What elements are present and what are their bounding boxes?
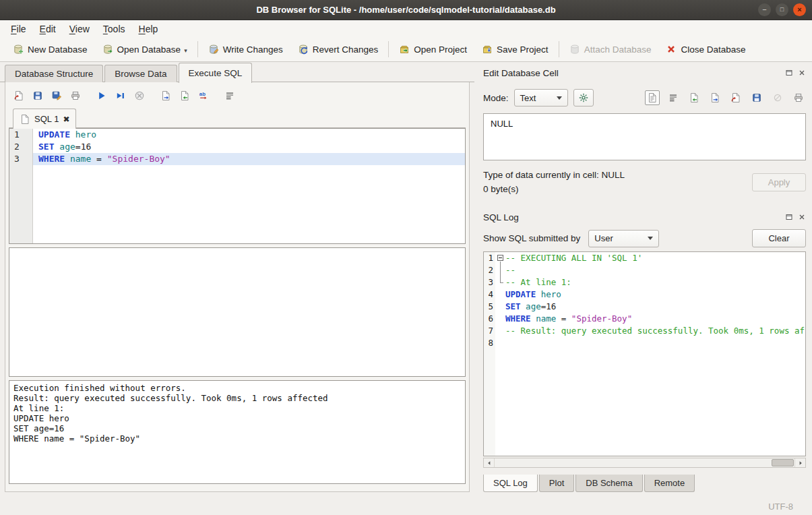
sql-tab-bar: SQL 1 ✖ <box>9 107 466 128</box>
close-database-button-label: Close Database <box>681 44 745 55</box>
mode-label: Mode: <box>483 93 509 103</box>
export-button[interactable] <box>157 88 174 104</box>
bottom-tab-db-schema[interactable]: DB Schema <box>575 475 642 492</box>
import-data-button[interactable] <box>728 90 743 105</box>
log-line: 3-- At line 1: <box>484 276 805 289</box>
execute-line-icon <box>115 90 126 101</box>
open-database-button[interactable]: Open Database▾ <box>95 40 195 58</box>
output-line: Result: query executed successfully. Too… <box>13 393 461 403</box>
print-button[interactable] <box>67 88 84 104</box>
menu-edit[interactable]: Edit <box>33 22 63 36</box>
close-database-button[interactable]: Close Database <box>658 40 753 58</box>
cell-type-info: Type of data currently in cell: NULL <box>483 170 752 180</box>
new-database-button[interactable]: New Database <box>5 40 95 58</box>
open-sql-file-icon <box>13 90 24 101</box>
bottom-tab-remote[interactable]: Remote <box>644 475 695 492</box>
find-replace-button[interactable]: ab <box>195 88 212 104</box>
auto-format-button[interactable] <box>573 89 594 107</box>
save-sql-file-button[interactable] <box>29 88 46 104</box>
tab-execute-sql[interactable]: Execute SQL <box>179 63 253 83</box>
maximize-button[interactable]: □ <box>776 3 788 16</box>
editor-line[interactable]: 3WHERE name = "Spider-Boy" <box>9 153 465 165</box>
word-wrap-button[interactable] <box>221 88 238 104</box>
scroll-right-button[interactable] <box>795 458 805 467</box>
sql-log-title: SQL Log <box>483 212 519 222</box>
float-panel-icon[interactable] <box>785 213 793 221</box>
open-project-button[interactable]: Open Project <box>392 40 474 58</box>
cell-size-info: 0 byte(s) <box>483 184 752 194</box>
dropdown-arrow-icon[interactable]: ▾ <box>184 47 187 55</box>
execute-sql-panel: ab SQL 1 ✖ 1UPDATE hero2SET age=163WHERE… <box>5 82 470 492</box>
save-file-button[interactable] <box>708 90 722 105</box>
sql-editor[interactable]: 1UPDATE hero2SET age=163WHERE name = "Sp… <box>9 128 466 244</box>
combo-arrow-icon <box>557 96 562 100</box>
code-text: -- EXECUTING ALL IN 'SQL 1' <box>505 252 805 264</box>
import-button[interactable] <box>176 88 193 104</box>
cell-editor[interactable]: NULL <box>483 113 806 160</box>
results-grid[interactable] <box>9 247 466 377</box>
scroll-left-button[interactable] <box>484 458 494 467</box>
close-panel-icon[interactable] <box>798 213 806 221</box>
write-changes-button[interactable]: Write Changes <box>201 40 290 58</box>
encoding-indicator[interactable]: UTF-8 <box>768 502 793 512</box>
mode-combo[interactable]: Text <box>514 89 568 107</box>
new-database-icon <box>13 44 24 55</box>
export-data-button[interactable] <box>749 90 764 105</box>
new-database-button-label: New Database <box>28 44 88 55</box>
open-sql-file-button[interactable] <box>10 88 27 104</box>
open-file-button[interactable] <box>687 90 701 105</box>
edit-cell-header-icons <box>785 69 806 77</box>
log-line: 7-- Result: query executed successfully.… <box>484 325 805 337</box>
save-sql-icon <box>32 90 43 101</box>
log-filter-value: User <box>594 233 613 243</box>
minimize-button[interactable]: − <box>758 3 771 16</box>
output-line: WHERE name = "Spider-Boy" <box>13 433 461 444</box>
text-view-button[interactable] <box>645 90 660 105</box>
editor-line[interactable]: 2SET age=16 <box>9 141 465 153</box>
float-panel-icon[interactable] <box>785 69 793 77</box>
tab-browse-data[interactable]: Browse Data <box>104 65 177 82</box>
apply-button: Apply <box>752 173 806 191</box>
menu-tools[interactable]: Tools <box>96 22 132 36</box>
menu-help[interactable]: Help <box>132 22 165 36</box>
execute-current-line-button[interactable] <box>112 88 129 104</box>
edit-cell-toolbar: Mode: Text <box>483 89 806 107</box>
line-number: 2 <box>484 264 496 276</box>
print-cell-button[interactable] <box>791 90 806 105</box>
close-button[interactable]: × <box>793 3 806 16</box>
menu-view[interactable]: View <box>63 22 96 36</box>
revert-changes-button[interactable]: Revert Changes <box>290 40 386 58</box>
import-sql-icon <box>179 90 190 101</box>
log-line: 4UPDATE hero <box>484 289 805 301</box>
scroll-track[interactable] <box>494 458 795 467</box>
cell-info-row: Type of data currently in cell: NULL 0 b… <box>483 170 806 194</box>
clear-log-button[interactable]: Clear <box>752 229 806 247</box>
execute-all-button[interactable] <box>93 88 110 104</box>
edit-cell-title: Edit Database Cell <box>483 68 559 78</box>
line-number: 2 <box>9 141 33 153</box>
collapse-icon[interactable] <box>497 255 503 261</box>
bottom-tab-plot[interactable]: Plot <box>539 475 574 492</box>
log-filter-combo[interactable]: User <box>588 230 659 247</box>
fold-column <box>496 264 505 276</box>
tab-database-structure[interactable]: Database Structure <box>5 65 103 82</box>
sql-log-view[interactable]: 1-- EXECUTING ALL IN 'SQL 1'2--3-- At li… <box>483 251 806 456</box>
line-number: 1 <box>484 252 496 264</box>
bottom-tab-sql-log[interactable]: SQL Log <box>483 475 538 492</box>
code-text: SET age=16 <box>33 141 465 153</box>
close-panel-icon[interactable] <box>798 69 806 77</box>
scroll-thumb[interactable] <box>772 459 794 466</box>
save-sql-file-as-button[interactable] <box>48 88 65 104</box>
line-number: 8 <box>484 337 496 349</box>
save-project-button[interactable]: Save Project <box>474 40 556 58</box>
title-bar[interactable]: DB Browser for SQLite - /home/user/code/… <box>0 0 812 20</box>
log-line: 1-- EXECUTING ALL IN 'SQL 1' <box>484 252 805 264</box>
sql-tab[interactable]: SQL 1 ✖ <box>13 109 76 129</box>
menu-file[interactable]: File <box>4 22 33 36</box>
close-tab-icon[interactable]: ✖ <box>63 115 69 124</box>
word-wrap-button[interactable] <box>666 90 681 105</box>
editor-line[interactable]: 1UPDATE hero <box>9 129 465 141</box>
log-horizontal-scrollbar[interactable] <box>483 458 806 468</box>
revert-changes-icon <box>298 44 309 55</box>
bottom-tab-bar: SQL LogPlotDB SchemaRemote <box>483 475 806 492</box>
